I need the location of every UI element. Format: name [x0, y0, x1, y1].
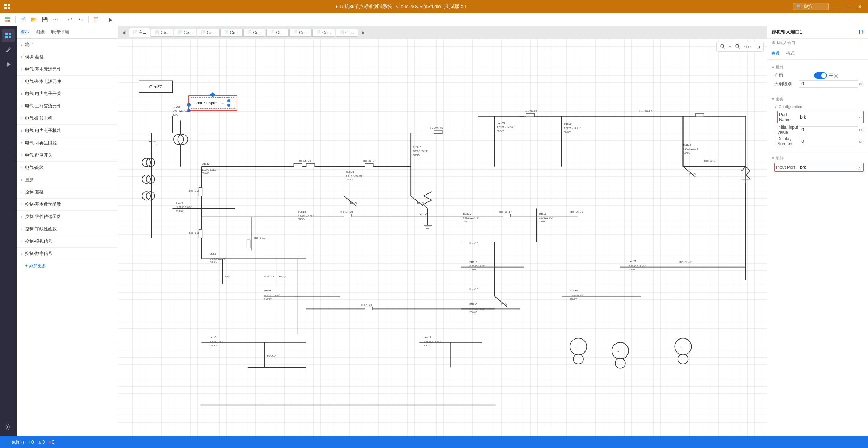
port-name-input[interactable] [798, 114, 856, 120]
tab-geo[interactable]: 地理信息 [51, 29, 69, 38]
list-item[interactable]: ›控制-非线性函数 [17, 223, 118, 235]
list-item[interactable]: ›电气-配网开关 [17, 149, 118, 162]
list-item[interactable]: ›控制-基本数学函数 [17, 199, 118, 211]
redo-button[interactable]: ↪ [76, 14, 86, 25]
canvas-tab-main[interactable]: 📄 主... [129, 28, 150, 37]
tab-model[interactable]: 模型 [20, 29, 30, 38]
search-input[interactable] [804, 4, 825, 9]
list-item[interactable]: ›电气-高级 [17, 162, 118, 174]
attributes-section: ∨ 属性 启用 开 (x) [767, 63, 868, 91]
add-more-button[interactable]: + 添加更多 [17, 260, 118, 272]
sidebar-model-icon[interactable] [2, 29, 15, 42]
svg-text:P+jQ: P+jQ [417, 202, 424, 205]
pins-content: Input Port (x) [774, 163, 864, 172]
search-box[interactable]: 🔍 [793, 3, 829, 10]
list-item[interactable]: ›电气-三相交流元件 [17, 100, 118, 112]
canvas-tab-ge1[interactable]: 📄 Ge... [151, 29, 173, 37]
svg-text:line-17-18: line-17-18 [340, 210, 353, 213]
canvas-tab-ge2[interactable]: 📄 Ge... [174, 29, 196, 37]
tab-file-icon: 📄 [293, 30, 298, 34]
title-bar: ● 10机39节点标准测试系统 - CloudPSS SimStudio（测试版… [0, 0, 868, 13]
canvas-tab-ge7[interactable]: 📄 Ge... [289, 29, 312, 37]
chevron-down-icon: ∨ [771, 156, 774, 161]
chevron-right-icon: › [21, 43, 22, 47]
chevron-down-icon: ∨ [771, 97, 774, 102]
list-item[interactable]: ›控制-模拟信号 [17, 235, 118, 248]
svg-text:line-28-29: line-28-29 [524, 110, 537, 113]
undo-button[interactable]: ↩ [65, 14, 75, 25]
port-name-row: Port Name (x) [777, 111, 864, 123]
help-button[interactable]: ℹ [862, 29, 864, 35]
svg-text:line-2-3: line-2-3 [189, 231, 199, 234]
open-button[interactable]: 📂 [29, 14, 39, 25]
initial-input-field[interactable] [799, 126, 858, 133]
diagram-canvas[interactable]: ○ 90% ⊡ Gen37 bus37 1.0270∠17.98° 20kV [118, 39, 767, 436]
more-button[interactable]: ⋯ [50, 14, 60, 25]
minimize-button[interactable]: — [831, 3, 842, 10]
enabled-toggle[interactable]: 开 [814, 72, 833, 79]
sidebar-run-icon[interactable] [2, 58, 15, 71]
svg-rect-0 [4, 4, 7, 6]
canvas-nav-left: ◀ [119, 29, 128, 36]
status-items: ● 0 ▲ 0 ● 0 [28, 440, 54, 445]
maximize-button[interactable]: □ [844, 3, 852, 10]
canvas-tabs: ◀ 📄 主... 📄 Ge... 📄 Ge... 📄 Ge... 📄 Ge... [118, 26, 767, 39]
list-item[interactable]: ›电气-电力电子开关 [17, 88, 118, 100]
list-item[interactable]: ›电气-旋转电机 [17, 112, 118, 125]
run-button[interactable]: ▶ [106, 14, 116, 25]
tab-file-icon: 📄 [155, 30, 159, 34]
canvas-tab-ge9[interactable]: 📄 Ge... [336, 29, 358, 37]
list-item[interactable]: ›控制-线性传递函数 [17, 211, 118, 223]
tab-nav-right[interactable]: ▶ [360, 29, 366, 36]
canvas-tab-ge8[interactable]: 📄 Ge... [312, 29, 335, 37]
app-menu-button[interactable] [3, 14, 13, 25]
copy-button[interactable]: 📋 [91, 14, 101, 25]
chevron-right-icon: › [21, 55, 22, 59]
display-number-row: Display Number (x) [777, 136, 864, 146]
tab-file-icon: 📄 [201, 30, 205, 34]
svg-text:500kV: 500kV [469, 268, 477, 271]
list-item[interactable]: ›控制-数字信号 [17, 248, 118, 260]
svg-rect-46 [294, 164, 302, 167]
config-section-header[interactable]: ∨ Configuration [774, 104, 864, 109]
list-item[interactable]: ›控制-基础 [17, 186, 118, 199]
display-number-input[interactable] [799, 138, 858, 145]
input-port-field[interactable] [798, 164, 856, 171]
tab-params[interactable]: 参数 [771, 50, 780, 59]
svg-text:bus2: bus2 [176, 202, 183, 205]
svg-text:0.9879∠7.95°: 0.9879∠7.95° [210, 257, 226, 260]
tab-diagram[interactable]: 图纸 [35, 29, 45, 38]
status-item-warn: ▲ 0 [38, 440, 45, 445]
list-item[interactable]: ›电气-电力电子模块 [17, 125, 118, 137]
svg-text:line-28-29: line-28-29 [430, 127, 443, 130]
sidebar-settings-icon[interactable] [2, 421, 15, 434]
svg-point-182 [573, 354, 583, 364]
close-button[interactable]: ✕ [855, 3, 864, 11]
virtual-input-container[interactable]: Virtual Input → [188, 95, 237, 111]
list-item[interactable]: ›电气-基本电源元件 [17, 76, 118, 88]
info-button[interactable]: ℹ [859, 29, 860, 35]
user-info: 👤 admin [4, 439, 24, 445]
canvas-tab-ge6[interactable]: 📄 Ge... [266, 29, 289, 37]
rp-subtitle: 虚拟输入端口 [767, 39, 868, 47]
list-item[interactable]: ›电气-基本无源元件 [17, 63, 118, 76]
attributes-section-header[interactable]: ∨ 属性 [771, 65, 864, 70]
outline-level-input[interactable] [799, 80, 858, 88]
canvas-tab-ge3[interactable]: 📄 Ge... [197, 29, 220, 37]
canvas-tab-ge5[interactable]: 📄 Ge... [243, 29, 266, 37]
svg-text:P+jQ: P+jQ [501, 302, 507, 306]
tab-format[interactable]: 格式 [786, 50, 795, 59]
params-section-header[interactable]: ∨ 参数 [771, 97, 864, 102]
svg-rect-4 [5, 17, 8, 19]
sidebar-edit-icon[interactable] [2, 43, 15, 56]
list-item[interactable]: ›量测 [17, 174, 118, 186]
tab-file-icon: 📄 [178, 30, 182, 34]
list-item[interactable]: ›输出 [17, 39, 118, 51]
new-button[interactable]: 📄 [18, 14, 28, 25]
list-item[interactable]: ›电气-可再生能源 [17, 137, 118, 149]
save-button[interactable]: 💾 [39, 14, 50, 25]
list-item[interactable]: ›模块-基础 [17, 51, 118, 63]
pins-section-header[interactable]: ∨ 引脚 [771, 155, 864, 161]
canvas-tab-ge4[interactable]: 📄 Ge... [220, 29, 243, 37]
tab-nav-left[interactable]: ◀ [121, 29, 127, 36]
